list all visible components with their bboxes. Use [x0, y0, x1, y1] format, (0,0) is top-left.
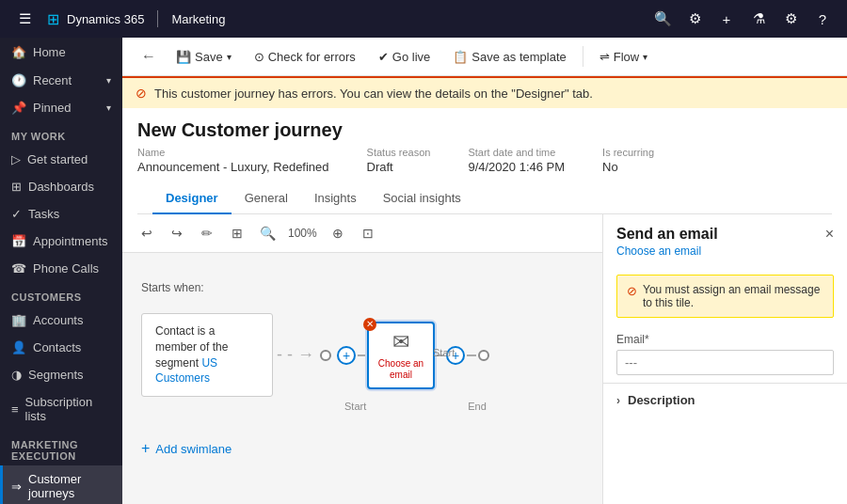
- go-live-label: Go live: [392, 50, 430, 64]
- pinned-label: Pinned: [33, 101, 71, 115]
- filter-icon[interactable]: ⚗: [743, 4, 774, 34]
- gear-icon[interactable]: ⚙: [775, 4, 806, 34]
- check-errors-icon: ⊙: [254, 50, 264, 64]
- connector-line-3: [467, 354, 476, 356]
- recent-chevron-icon: ▾: [106, 75, 111, 86]
- top-navigation: ☰ ⊞ Dynamics 365 Marketing 🔍 ⚙ + ⚗ ⚙ ?: [0, 0, 847, 38]
- sidebar-item-tasks[interactable]: ✓ Tasks: [0, 200, 122, 228]
- start-node-label: Start: [344, 401, 366, 412]
- error-banner-text: This customer journey has errors. You ca…: [154, 87, 593, 101]
- sidebar-item-phone-calls[interactable]: ☎ Phone Calls: [0, 255, 122, 282]
- recent-label: Recent: [33, 73, 72, 87]
- sidebar-item-recent[interactable]: 🕐 Recent ▾: [0, 67, 122, 94]
- hamburger-icon[interactable]: ☰: [9, 4, 40, 34]
- dashboards-label: Dashboards: [28, 180, 94, 194]
- check-errors-label: Check for errors: [268, 50, 356, 64]
- main-content: ← 💾 Save ▾ ⊙ Check for errors ✔ Go live …: [122, 38, 847, 504]
- back-button[interactable]: ←: [134, 43, 164, 70]
- save-button[interactable]: 💾 Save ▾: [166, 44, 242, 70]
- app-layout: 🏠 Home 🕐 Recent ▾ 📌 Pinned ▾ My Work ▷ G…: [0, 38, 847, 504]
- tab-social-insights[interactable]: Social insights: [370, 183, 474, 214]
- flow-row: Contact is a member of the segment US Cu…: [141, 313, 583, 397]
- nav-divider: [157, 10, 158, 27]
- flow-labels-row: Start End: [316, 401, 583, 412]
- sidebar-item-contacts[interactable]: 👤 Contacts: [0, 334, 122, 361]
- help-icon[interactable]: ?: [807, 4, 838, 34]
- get-started-icon: ▷: [11, 152, 21, 166]
- appointments-label: Appointments: [33, 234, 108, 248]
- tab-insights[interactable]: Insights: [301, 183, 370, 214]
- sidebar-item-customer-journeys[interactable]: ⇒ Customer journeys: [0, 465, 122, 504]
- record-meta-status-label: Status reason: [367, 147, 431, 158]
- search-icon[interactable]: 🔍: [647, 4, 678, 34]
- flow-chevron-icon: ▾: [643, 52, 647, 62]
- record-meta-name-value: Announcement - Luxury, Redefined: [137, 160, 329, 174]
- plus-icon[interactable]: +: [711, 4, 742, 34]
- layout-button[interactable]: ⊞: [224, 220, 250, 246]
- get-started-label: Get started: [27, 152, 88, 166]
- sidebar-item-accounts[interactable]: 🏢 Accounts: [0, 307, 122, 334]
- tile-error-dot: ✕: [363, 318, 376, 331]
- customers-header: Customers: [0, 282, 122, 307]
- flow-diagram: Starts when: Contact is a member of the …: [122, 253, 602, 485]
- flow-button[interactable]: ⇌ Flow ▾: [589, 44, 658, 70]
- contacts-label: Contacts: [33, 340, 81, 354]
- toolbar-divider: [583, 46, 583, 67]
- flow-label: Flow: [614, 50, 639, 64]
- sidebar-item-appointments[interactable]: 📅 Appointments: [0, 228, 122, 255]
- email-field-label: Email*: [616, 333, 834, 346]
- zoom-in-button[interactable]: ⊕: [325, 220, 351, 246]
- record-meta: Name Announcement - Luxury, Redefined St…: [137, 147, 832, 174]
- panel-close-button[interactable]: ×: [825, 226, 834, 243]
- tab-designer[interactable]: Designer: [152, 183, 232, 214]
- record-meta-recurring-value: No: [602, 160, 654, 174]
- record-meta-start-date: Start date and time 9/4/2020 1:46 PM: [468, 147, 565, 174]
- start-dot: [320, 350, 331, 361]
- fit-button[interactable]: ⊡: [355, 220, 381, 246]
- edit-button[interactable]: ✏: [194, 220, 220, 246]
- email-tile-wrap: ✕ ✉ Choose an email: [367, 322, 435, 389]
- phone-calls-label: Phone Calls: [33, 261, 99, 276]
- redo-button[interactable]: ↪: [164, 220, 190, 246]
- subscription-lists-label: Subscription lists: [25, 395, 111, 423]
- go-live-icon: ✔: [378, 50, 389, 64]
- sidebar-item-dashboards[interactable]: ⊞ Dashboards: [0, 173, 122, 200]
- panel-error-text: You must assign an email message to this…: [643, 283, 823, 309]
- toolbar: ← 💾 Save ▾ ⊙ Check for errors ✔ Go live …: [122, 38, 847, 76]
- starts-when-label: Starts when:: [141, 281, 583, 294]
- add-swimlane-button[interactable]: + Add swimlane: [141, 440, 583, 457]
- description-section[interactable]: › Description: [603, 383, 847, 417]
- app-name: Marketing: [171, 12, 225, 26]
- zoom-out-button[interactable]: 🔍: [254, 220, 280, 246]
- tasks-label: Tasks: [28, 207, 59, 221]
- email-tile[interactable]: ✕ ✉ Choose an email: [367, 322, 435, 389]
- connector-line-1: [358, 354, 367, 356]
- save-as-template-button[interactable]: 📋 Save as template: [442, 44, 576, 70]
- right-panel: Send an email × Choose an email ⊘ You mu…: [602, 214, 847, 504]
- email-field-container: Email*: [603, 325, 847, 383]
- panel-subtitle[interactable]: Choose an email: [603, 244, 847, 267]
- settings-icon[interactable]: ⚙: [679, 4, 710, 34]
- go-live-button[interactable]: ✔ Go live: [368, 44, 440, 70]
- tab-general[interactable]: General: [232, 183, 301, 214]
- sidebar-item-get-started[interactable]: ▷ Get started: [0, 146, 122, 173]
- save-label: Save: [195, 50, 223, 64]
- undo-button[interactable]: ↩: [134, 220, 160, 246]
- email-tile-icon: ✉: [392, 330, 409, 354]
- add-node-button-1[interactable]: +: [337, 346, 356, 365]
- end-dot: [478, 350, 489, 361]
- sidebar-item-segments[interactable]: ◑ Segments: [0, 361, 122, 388]
- record-meta-name: Name Announcement - Luxury, Redefined: [137, 147, 329, 174]
- check-errors-button[interactable]: ⊙ Check for errors: [244, 44, 366, 70]
- email-input[interactable]: [616, 350, 834, 375]
- dashboards-icon: ⊞: [11, 180, 22, 194]
- error-banner: ⊘ This customer journey has errors. You …: [122, 76, 847, 108]
- record-meta-name-label: Name: [137, 147, 329, 158]
- flow-arrow-1: - - →: [273, 345, 318, 365]
- sidebar-item-pinned[interactable]: 📌 Pinned ▾: [0, 94, 122, 121]
- save-dropdown-icon: ▾: [227, 52, 232, 62]
- record-title: New Customer journey: [137, 119, 832, 141]
- sidebar-item-subscription-lists[interactable]: ≡ Subscription lists: [0, 388, 122, 430]
- brand-icon: ⊞: [47, 10, 59, 28]
- sidebar-item-home[interactable]: 🏠 Home: [0, 38, 122, 67]
